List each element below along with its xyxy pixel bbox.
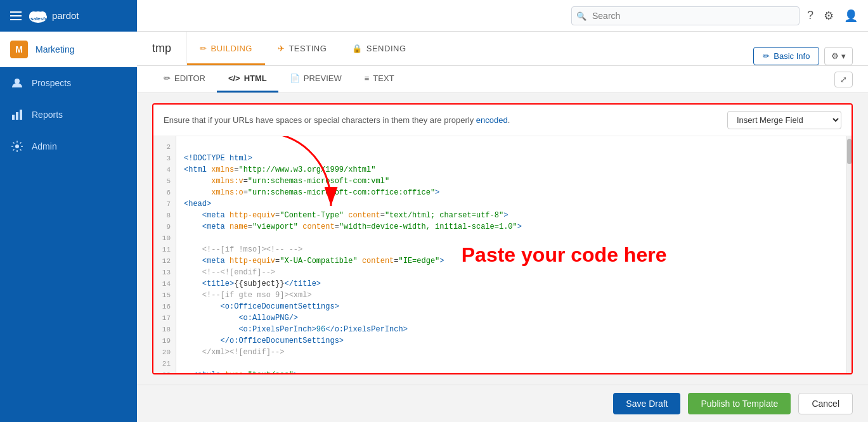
- tab-testing[interactable]: ✈ TESTING: [265, 34, 339, 65]
- tab-preview-label: PREVIEW: [304, 74, 342, 83]
- encoded-link[interactable]: encoded: [476, 115, 508, 125]
- expand-button[interactable]: ⤢: [834, 72, 853, 87]
- svg-rect-5: [12, 115, 15, 120]
- tab-text[interactable]: ≡ TEXT: [353, 66, 406, 93]
- gear-dropdown-button[interactable]: ⚙ ▾: [824, 47, 853, 65]
- basic-info-label: Basic Info: [774, 51, 810, 61]
- sub-tabs-list: ✏ EDITOR </> HTML 📄 PREVIEW ≡ TEXT: [152, 66, 834, 93]
- sidebar-item-reports-label: Reports: [32, 110, 63, 120]
- tab-preview[interactable]: 📄 PREVIEW: [278, 66, 353, 93]
- sub-tabs-bar: ✏ EDITOR </> HTML 📄 PREVIEW ≡ TEXT ⤢: [137, 66, 868, 93]
- info-bar-text: Ensure that if your URLs have spaces or …: [164, 115, 510, 125]
- tab-editor-label: EDITOR: [174, 74, 205, 83]
- svg-point-4: [15, 79, 20, 84]
- search-icon: 🔍: [576, 11, 586, 20]
- tab-building-label: BUILDING: [211, 44, 252, 53]
- sidebar-item-prospects[interactable]: Prospects: [0, 67, 137, 99]
- svg-rect-6: [16, 112, 18, 120]
- tab-sending[interactable]: 🔒 SENDING: [339, 34, 418, 65]
- prospects-icon: [10, 76, 24, 90]
- user-button[interactable]: 👤: [844, 9, 858, 23]
- sidebar-nav: M Marketing Prospects Reports Admin: [0, 32, 137, 162]
- building-icon: ✏: [200, 44, 207, 53]
- code-editor[interactable]: 23456 7891011 1213141516 1718192021 2223…: [153, 136, 852, 373]
- sending-lock-icon: 🔒: [352, 44, 363, 53]
- search-input[interactable]: [571, 6, 800, 25]
- testing-icon: ✈: [278, 44, 285, 53]
- editor-icon: ✏: [164, 74, 171, 83]
- marketing-icon: M: [10, 41, 28, 58]
- publish-button[interactable]: Publish to Template: [688, 393, 791, 414]
- sidebar-item-marketing-label: Marketing: [36, 44, 74, 54]
- top-tabs-list: ✏ BUILDING ✈ TESTING 🔒 SENDING: [187, 34, 753, 65]
- html-icon: </>: [228, 74, 240, 83]
- editor-area: Ensure that if your URLs have spaces or …: [152, 103, 853, 374]
- admin-icon: [10, 139, 24, 153]
- cancel-button[interactable]: Cancel: [798, 393, 853, 414]
- tab-editor[interactable]: ✏ EDITOR: [152, 66, 217, 93]
- reports-icon: [10, 108, 24, 122]
- svg-point-8: [15, 144, 19, 148]
- tab-sending-label: SENDING: [366, 44, 406, 53]
- preview-icon: 📄: [290, 74, 300, 83]
- brand-name: pardot: [52, 10, 79, 21]
- search-bar: 🔍: [571, 6, 800, 25]
- info-bar: Ensure that if your URLs have spaces or …: [153, 105, 852, 136]
- save-draft-button[interactable]: Save Draft: [613, 393, 680, 414]
- top-tab-actions: ✏ Basic Info ⚙ ▾: [753, 47, 853, 65]
- code-content: <!DOCTYPE html> <html xmlns="http://www.…: [176, 136, 846, 373]
- basic-info-button[interactable]: ✏ Basic Info: [753, 47, 819, 65]
- tab-text-label: TEXT: [373, 74, 394, 83]
- footer-bar: Save Draft Publish to Template Cancel: [137, 385, 868, 422]
- pencil-icon: ✏: [763, 51, 770, 61]
- settings-button[interactable]: ⚙: [824, 9, 834, 23]
- help-button[interactable]: ?: [807, 9, 813, 22]
- top-tabs-bar: tmp ✏ BUILDING ✈ TESTING 🔒 SENDING ✏: [137, 32, 868, 66]
- sidebar: salesforce pardot M Marketing Prospects …: [0, 0, 137, 422]
- tab-building[interactable]: ✏ BUILDING: [187, 34, 265, 65]
- brand-logo: salesforce pardot: [28, 9, 79, 23]
- sidebar-item-marketing[interactable]: M Marketing: [0, 32, 137, 67]
- sidebar-item-reports[interactable]: Reports: [0, 99, 137, 131]
- text-icon: ≡: [365, 74, 370, 83]
- sidebar-item-admin-label: Admin: [32, 141, 57, 151]
- tab-html[interactable]: </> HTML: [217, 66, 278, 93]
- header-actions: ? ⚙ 👤: [807, 9, 858, 23]
- sidebar-item-admin[interactable]: Admin: [0, 131, 137, 162]
- top-header: 🔍 ? ⚙ 👤: [137, 0, 868, 32]
- merge-field-select[interactable]: Insert Merge Field: [727, 111, 841, 129]
- tab-html-label: HTML: [244, 74, 267, 83]
- code-editor-wrap: 23456 7891011 1213141516 1718192021 2223…: [153, 136, 852, 373]
- hamburger-icon[interactable]: [10, 11, 22, 20]
- page-body: tmp ✏ BUILDING ✈ TESTING 🔒 SENDING ✏: [137, 32, 868, 422]
- salesforce-cloud-icon: salesforce: [28, 9, 48, 23]
- svg-text:salesforce: salesforce: [30, 16, 48, 22]
- sidebar-header: salesforce pardot: [0, 0, 137, 32]
- sidebar-item-prospects-label: Prospects: [32, 78, 71, 88]
- page-title: tmp: [152, 32, 187, 65]
- scrollbar-thumb[interactable]: [847, 139, 852, 164]
- main-content: 🔍 ? ⚙ 👤 tmp ✏ BUILDING ✈ TESTING: [137, 0, 868, 422]
- svg-rect-7: [20, 110, 22, 120]
- line-numbers: 23456 7891011 1213141516 1718192021 2223…: [153, 136, 176, 373]
- tab-testing-label: TESTING: [288, 44, 327, 53]
- scrollbar-track[interactable]: [846, 136, 852, 373]
